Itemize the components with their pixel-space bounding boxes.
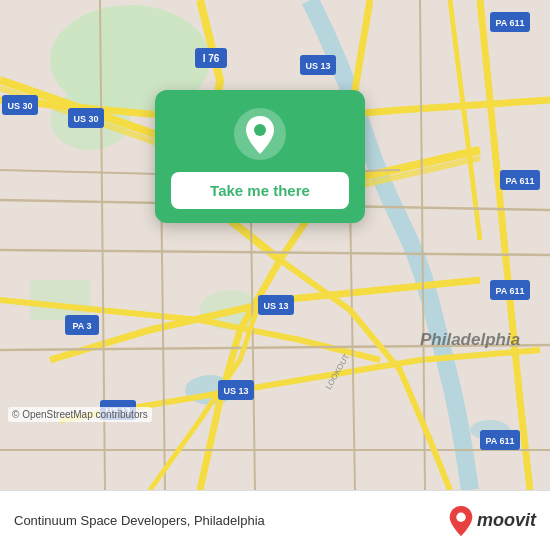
- svg-text:US 13: US 13: [223, 386, 248, 396]
- svg-text:PA 611: PA 611: [495, 286, 524, 296]
- svg-text:US 13: US 13: [305, 61, 330, 71]
- svg-text:PA 611: PA 611: [485, 436, 514, 446]
- svg-text:PA 611: PA 611: [495, 18, 524, 28]
- svg-text:US 13: US 13: [263, 301, 288, 311]
- svg-text:I 76: I 76: [203, 53, 220, 64]
- moovit-brand-text: moovit: [477, 510, 536, 531]
- moovit-pin-icon: [447, 504, 475, 538]
- location-info: Continuum Space Developers, Philadelphia: [14, 513, 265, 528]
- location-card: Take me there: [155, 90, 365, 223]
- svg-point-34: [254, 124, 266, 136]
- take-me-there-button[interactable]: Take me there: [171, 172, 349, 209]
- bottom-bar: Continuum Space Developers, Philadelphia…: [0, 490, 550, 550]
- moovit-logo: moovit: [447, 504, 536, 538]
- svg-point-35: [456, 512, 465, 521]
- map-copyright: © OpenStreetMap contributors: [8, 407, 152, 422]
- svg-text:US 30: US 30: [7, 101, 32, 111]
- svg-text:Philadelphia: Philadelphia: [420, 330, 520, 349]
- svg-text:US 30: US 30: [73, 114, 98, 124]
- svg-text:PA 3: PA 3: [72, 321, 91, 331]
- map-container: I 76 US 30 US 30 US 13 PA 611 PA 611 PA …: [0, 0, 550, 490]
- svg-rect-3: [30, 280, 90, 320]
- svg-text:PA 611: PA 611: [505, 176, 534, 186]
- location-pin-icon: [234, 108, 286, 160]
